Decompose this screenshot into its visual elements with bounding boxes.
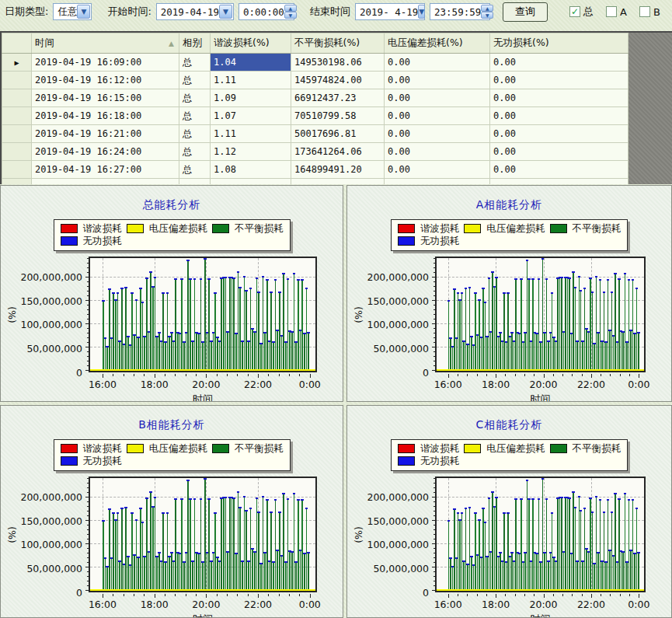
y-minor-tick	[87, 281, 89, 282]
table-cell[interactable]: 1.11	[211, 72, 291, 89]
query-button[interactable]: 查询	[503, 2, 548, 22]
bar	[531, 342, 531, 371]
table-cell[interactable]: 173641264.06	[291, 143, 385, 161]
column-header-6[interactable]: 无功损耗(%)	[490, 33, 628, 54]
table-cell[interactable]: 70510799.58	[291, 107, 385, 125]
chevron-down-icon[interactable]: ▼	[219, 5, 232, 19]
table-cell[interactable]: 0.00	[490, 107, 628, 125]
bar	[233, 279, 235, 371]
table-cell[interactable]: 1.11	[211, 125, 291, 143]
row-header-cell[interactable]	[2, 143, 32, 161]
table-cell[interactable]: 0.00	[385, 143, 490, 161]
start-date-picker[interactable]: 2019-04-19 ▼	[156, 3, 234, 20]
table-cell[interactable]: 0.00	[490, 161, 628, 179]
row-header-cell[interactable]	[2, 125, 32, 143]
table-cell[interactable]: 0.00	[385, 107, 490, 125]
spin-up-icon[interactable]: ▲	[284, 5, 297, 12]
end-time-spinner[interactable]: 23:59:59 ▲ ▼	[430, 3, 490, 20]
spin-down-icon[interactable]: ▼	[481, 12, 493, 19]
table-cell[interactable]: 0.00	[385, 54, 490, 72]
chevron-down-icon[interactable]: ▼	[418, 5, 425, 19]
chevron-down-icon[interactable]: ▼	[77, 5, 90, 19]
bar	[502, 342, 503, 371]
table-cell[interactable]: 145974824.00	[291, 72, 385, 89]
column-header-3[interactable]: 谐波损耗(%)	[211, 33, 291, 54]
bar	[214, 514, 216, 591]
y-minor-tick	[433, 576, 436, 577]
bar	[183, 343, 185, 371]
table-cell[interactable]: 0.00	[385, 89, 490, 107]
row-header-cell[interactable]	[2, 72, 32, 89]
bar	[511, 553, 512, 591]
column-header-2[interactable]: 相别	[179, 33, 211, 54]
y-tick-label: 50,000,000	[373, 563, 429, 574]
table-cell[interactable]: 0.00	[490, 54, 628, 72]
sort-asc-icon[interactable]: ▲	[169, 40, 174, 47]
table-cell[interactable]: 2019-04-19 16:12:00	[32, 72, 179, 89]
table-cell[interactable]: 0.00	[385, 72, 490, 89]
legend-row: 谐波损耗电压偏差损耗不平衡损耗	[61, 222, 284, 235]
date-type-select[interactable]: 任意 ▼	[53, 3, 92, 20]
legend-item-电压偏差损耗: 电压偏差损耗	[127, 442, 207, 455]
column-header-1[interactable]: 时间▲	[32, 33, 179, 54]
table-cell[interactable]: 总	[179, 54, 211, 72]
table-cell[interactable]: 1.12	[211, 143, 291, 161]
checkbox-checked-总[interactable]: ✓	[569, 6, 580, 17]
table-cell[interactable]: 总	[179, 72, 211, 89]
bar	[592, 513, 593, 591]
bar	[190, 500, 191, 591]
table-cell[interactable]: 0.00	[490, 89, 628, 107]
table-cell[interactable]: 0.00	[490, 72, 628, 89]
spin-up-icon[interactable]: ▲	[481, 5, 493, 12]
bar	[553, 558, 554, 591]
table-cell[interactable]: 149530198.06	[291, 54, 385, 72]
current-row-pointer-icon: ▶	[14, 58, 19, 67]
x-tick-mark	[639, 374, 639, 378]
table-cell[interactable]: 164899491.20	[291, 161, 385, 179]
table-cell[interactable]: 66912437.23	[291, 89, 385, 107]
bar	[584, 289, 585, 371]
column-header-4[interactable]: 不平衡损耗(%)	[291, 33, 385, 54]
bar	[477, 556, 478, 591]
table-cell[interactable]: 2019-04-19 16:09:00	[32, 54, 179, 72]
legend-row: 无功损耗	[61, 235, 284, 247]
bar	[515, 280, 516, 371]
bar	[519, 334, 520, 371]
row-header-cell[interactable]	[2, 107, 32, 125]
checkbox-B[interactable]	[639, 6, 650, 17]
table-cell[interactable]: 0.00	[385, 161, 490, 179]
row-header-cell[interactable]: ▶	[2, 54, 32, 72]
start-time-spinner[interactable]: 0:00:00 ▲ ▼	[239, 3, 294, 20]
table-cell[interactable]: 1.07	[211, 107, 291, 125]
table-cell[interactable]: 总	[179, 89, 211, 107]
bar	[244, 498, 245, 591]
table-cell[interactable]: 0.00	[385, 125, 490, 143]
table-cell[interactable]: 0.00	[490, 125, 628, 143]
legend-swatch-icon	[212, 224, 229, 233]
table-cell[interactable]: 总	[179, 143, 211, 161]
table-cell[interactable]: 2019-04-19 16:21:00	[32, 125, 179, 143]
table-cell[interactable]: 2019-04-19 16:24:00	[32, 143, 179, 161]
table-cell[interactable]: 50017696.81	[291, 125, 385, 143]
table-cell[interactable]: 2019-04-19 16:18:00	[32, 107, 179, 125]
table-cell[interactable]: 2019-04-19 16:15:00	[32, 89, 179, 107]
row-header-cell[interactable]	[2, 161, 32, 179]
x-minor-tick	[237, 374, 238, 376]
spin-down-icon[interactable]: ▼	[284, 12, 297, 19]
table-cell[interactable]: 1.09	[211, 89, 291, 107]
y-minor-tick	[87, 342, 89, 343]
end-date-picker[interactable]: 2019- 4-19 ▼	[355, 3, 425, 20]
table-cell[interactable]: 总	[179, 107, 211, 125]
table-cell[interactable]: 总	[179, 161, 211, 179]
checkbox-A[interactable]	[606, 6, 617, 17]
column-header-5[interactable]: 电压偏差损耗(%)	[385, 33, 490, 54]
table-cell[interactable]: 0.00	[490, 143, 628, 161]
table-cell[interactable]: 总	[179, 125, 211, 143]
selected-cell[interactable]: 1.04	[211, 54, 291, 72]
row-header-cell[interactable]	[2, 89, 32, 107]
table-cell[interactable]: 2019-04-19 16:27:00	[32, 161, 179, 179]
bar	[511, 333, 512, 371]
y-minor-tick	[433, 328, 436, 329]
y-minor-tick	[87, 529, 89, 530]
table-cell[interactable]: 1.08	[211, 161, 291, 179]
